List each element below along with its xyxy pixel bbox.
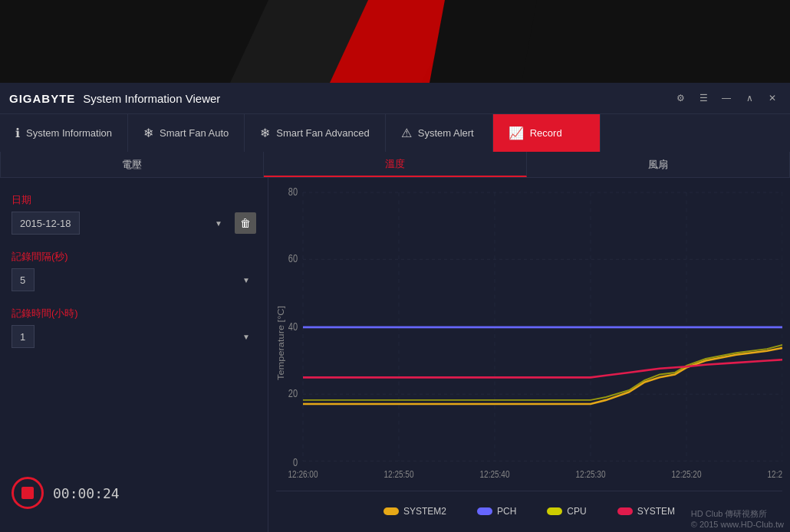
- tab-system-alert[interactable]: ⚠ System Alert: [386, 114, 493, 152]
- legend-label-system: SYSTEM: [637, 506, 675, 517]
- brand-logo: GIGABYTE: [9, 92, 75, 105]
- main-content: 日期 2015-12-18 ▼ 🗑 記錄間隔(秒) 5 ▼ 記: [0, 178, 790, 532]
- svg-text:12:26:00: 12:26:00: [288, 469, 318, 479]
- legend-pch: PCH: [477, 506, 516, 517]
- title-bar: GIGABYTE System Information Viewer ⚙ ☰ —…: [0, 83, 790, 113]
- tab-record[interactable]: 📈 Record: [493, 114, 601, 152]
- app-title: System Information Viewer: [83, 92, 220, 105]
- sub-tab-bar: 電壓 溫度 風扇: [0, 152, 790, 178]
- info-icon: ℹ: [15, 126, 20, 140]
- sub-tab-temperature[interactable]: 溫度: [264, 152, 527, 177]
- window-controls: ⚙ ☰ — ∧ ✕: [672, 90, 781, 107]
- alert-icon: ⚠: [401, 126, 412, 140]
- date-select-arrow: ▼: [215, 219, 222, 228]
- sub-tab-voltage[interactable]: 電壓: [0, 152, 264, 177]
- duration-select[interactable]: 1: [12, 325, 35, 348]
- fan-auto-icon: ❄: [143, 126, 153, 140]
- fan-advanced-icon: ❄: [260, 126, 270, 140]
- delete-date-button[interactable]: 🗑: [235, 212, 256, 234]
- watermark-text2: © 2015 www.HD-Club.tw: [691, 520, 784, 529]
- menu-button[interactable]: ☰: [695, 90, 712, 107]
- interval-select[interactable]: 5: [12, 268, 35, 291]
- date-label: 日期: [12, 193, 256, 207]
- interval-label: 記錄間隔(秒): [12, 250, 256, 264]
- tab-system-information[interactable]: ℹ System Information: [0, 114, 128, 152]
- legend-label-cpu: CPU: [567, 506, 586, 517]
- stop-icon: [21, 487, 34, 499]
- record-timer: 00:00:24: [53, 485, 120, 501]
- close-button[interactable]: ✕: [764, 90, 781, 107]
- svg-text:12:25:50: 12:25:50: [384, 469, 414, 479]
- svg-text:12:25:30: 12:25:30: [576, 469, 606, 479]
- minimize-button[interactable]: —: [718, 90, 735, 107]
- legend-dot-pch: [477, 507, 492, 515]
- legend-system2: SYSTEM2: [383, 506, 446, 517]
- legend-cpu: CPU: [547, 506, 586, 517]
- watermark: HD Club 傳研視務所 © 2015 www.HD-Club.tw: [691, 508, 784, 529]
- svg-rect-3: [276, 186, 782, 491]
- top-decoration: [0, 0, 790, 83]
- legend-label-pch: PCH: [497, 506, 516, 517]
- duration-label: 記錄時間(小時): [12, 307, 256, 320]
- settings-button[interactable]: ⚙: [672, 90, 689, 107]
- chart-container: 80 60 40 20 0 Temperature [°C]: [276, 186, 782, 491]
- tab-bar: ℹ System Information ❄ Smart Fan Auto ❄ …: [0, 113, 790, 152]
- tab-smart-fan-auto[interactable]: ❄ Smart Fan Auto: [128, 114, 245, 152]
- stop-record-button[interactable]: [12, 477, 44, 509]
- chart-area: 80 60 40 20 0 Temperature [°C]: [268, 178, 790, 532]
- svg-text:12:25:20: 12:25:20: [672, 469, 702, 479]
- duration-select-arrow: ▼: [242, 333, 250, 341]
- date-field-group: 日期 2015-12-18 ▼ 🗑: [12, 193, 256, 235]
- sub-tab-fan[interactable]: 風扇: [527, 152, 790, 177]
- maximize-button[interactable]: ∧: [741, 90, 758, 107]
- record-controls: 00:00:24: [12, 469, 256, 517]
- duration-field-group: 記錄時間(小時) 1 ▼: [12, 307, 256, 348]
- legend-dot-system: [617, 507, 633, 515]
- watermark-text1: HD Club 傳研視務所: [691, 508, 784, 520]
- legend-system: SYSTEM: [617, 506, 675, 517]
- svg-text:12:25:40: 12:25:40: [480, 469, 510, 479]
- svg-text:80: 80: [288, 186, 298, 199]
- left-panel: 日期 2015-12-18 ▼ 🗑 記錄間隔(秒) 5 ▼ 記: [0, 178, 268, 532]
- svg-marker-2: [430, 0, 537, 83]
- record-icon: 📈: [509, 126, 524, 140]
- svg-text:0: 0: [293, 457, 298, 469]
- svg-text:40: 40: [288, 320, 298, 333]
- legend-dot-system2: [383, 507, 399, 515]
- legend-label-system2: SYSTEM2: [403, 506, 446, 517]
- legend-dot-cpu: [547, 507, 562, 515]
- interval-select-arrow: ▼: [242, 276, 250, 284]
- tab-smart-fan-advanced[interactable]: ❄ Smart Fan Advanced: [245, 114, 385, 152]
- svg-text:Temperature [°C]: Temperature [°C]: [277, 306, 285, 380]
- svg-text:20: 20: [288, 388, 298, 400]
- date-select[interactable]: 2015-12-18: [12, 212, 80, 235]
- temperature-chart: 80 60 40 20 0 Temperature [°C]: [276, 186, 782, 491]
- svg-text:60: 60: [288, 253, 298, 265]
- interval-field-group: 記錄間隔(秒) 5 ▼: [12, 250, 256, 291]
- svg-text:12:25:10: 12:25:10: [768, 469, 782, 479]
